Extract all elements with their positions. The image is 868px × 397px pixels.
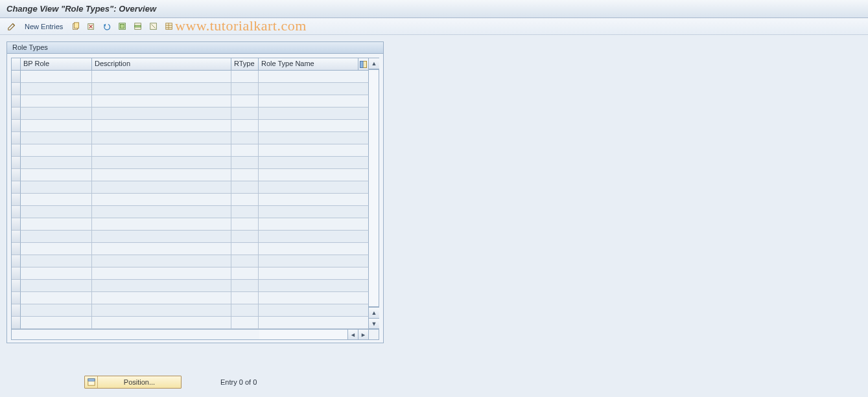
table-configure-icon[interactable]: [358, 58, 369, 71]
cell-role-type-name[interactable]: [259, 71, 369, 83]
horizontal-scrollbar[interactable]: ◄ ►: [11, 330, 379, 340]
cell-role-type-name[interactable]: [259, 120, 369, 132]
cell-rtype[interactable]: [231, 255, 259, 267]
cell-rtype[interactable]: [231, 144, 259, 157]
cell-description[interactable]: [92, 206, 231, 218]
row-selector[interactable]: [12, 317, 21, 329]
cell-description[interactable]: [92, 157, 231, 169]
cell-rtype[interactable]: [231, 95, 259, 108]
cell-role-type-name[interactable]: [259, 108, 369, 120]
cell-rtype[interactable]: [231, 231, 259, 243]
delete-icon[interactable]: [85, 20, 98, 33]
cell-role-type-name[interactable]: [259, 231, 369, 243]
cell-role-type-name[interactable]: [259, 304, 369, 317]
row-selector[interactable]: [12, 169, 21, 181]
row-selector[interactable]: [12, 108, 21, 120]
cell-description[interactable]: [92, 292, 231, 304]
cell-description[interactable]: [92, 231, 231, 243]
cell-description[interactable]: [92, 132, 231, 144]
cell-role-type-name[interactable]: [259, 280, 369, 292]
cell-rtype[interactable]: [231, 218, 259, 231]
row-selector[interactable]: [12, 194, 21, 206]
cell-bp-role[interactable]: [21, 71, 92, 83]
cell-role-type-name[interactable]: [259, 144, 369, 157]
cell-rtype[interactable]: [231, 304, 259, 317]
select-all-icon[interactable]: [116, 20, 129, 33]
cell-role-type-name[interactable]: [259, 317, 369, 329]
cell-bp-role[interactable]: [21, 95, 92, 108]
cell-rtype[interactable]: [231, 267, 259, 280]
cell-role-type-name[interactable]: [259, 243, 369, 255]
cell-description[interactable]: [92, 108, 231, 120]
cell-role-type-name[interactable]: [259, 194, 369, 206]
cell-bp-role[interactable]: [21, 317, 92, 329]
cell-description[interactable]: [92, 280, 231, 292]
cell-rtype[interactable]: [231, 206, 259, 218]
scroll-up2-icon[interactable]: ▲: [369, 307, 379, 318]
cell-bp-role[interactable]: [21, 181, 92, 194]
table-settings-icon[interactable]: [163, 20, 176, 33]
row-selector[interactable]: [12, 206, 21, 218]
col-header-role-type-name[interactable]: Role Type Name: [259, 58, 358, 71]
row-selector-header[interactable]: [12, 58, 21, 71]
cell-bp-role[interactable]: [21, 243, 92, 255]
cell-role-type-name[interactable]: [259, 218, 369, 231]
cell-bp-role[interactable]: [21, 304, 92, 317]
cell-rtype[interactable]: [231, 181, 259, 194]
cell-bp-role[interactable]: [21, 280, 92, 292]
cell-rtype[interactable]: [231, 132, 259, 144]
col-header-description[interactable]: Description: [92, 58, 231, 71]
cell-description[interactable]: [92, 144, 231, 157]
cell-rtype[interactable]: [231, 194, 259, 206]
cell-role-type-name[interactable]: [259, 181, 369, 194]
cell-role-type-name[interactable]: [259, 267, 369, 280]
cell-description[interactable]: [92, 95, 231, 108]
cell-bp-role[interactable]: [21, 231, 92, 243]
cell-bp-role[interactable]: [21, 255, 92, 267]
cell-description[interactable]: [92, 255, 231, 267]
cell-description[interactable]: [92, 71, 231, 83]
cell-role-type-name[interactable]: [259, 255, 369, 267]
row-selector[interactable]: [12, 267, 21, 280]
row-selector[interactable]: [12, 181, 21, 194]
cell-bp-role[interactable]: [21, 83, 92, 95]
cell-role-type-name[interactable]: [259, 132, 369, 144]
cell-role-type-name[interactable]: [259, 83, 369, 95]
cell-description[interactable]: [92, 169, 231, 181]
cell-rtype[interactable]: [231, 280, 259, 292]
cell-rtype[interactable]: [231, 71, 259, 83]
cell-bp-role[interactable]: [21, 194, 92, 206]
row-selector[interactable]: [12, 292, 21, 304]
new-entries-button[interactable]: New Entries: [21, 20, 67, 33]
cell-rtype[interactable]: [231, 317, 259, 329]
cell-rtype[interactable]: [231, 169, 259, 181]
cell-bp-role[interactable]: [21, 218, 92, 231]
cell-bp-role[interactable]: [21, 144, 92, 157]
hscroll-track[interactable]: [259, 330, 347, 339]
row-selector[interactable]: [12, 157, 21, 169]
cell-description[interactable]: [92, 218, 231, 231]
cell-rtype[interactable]: [231, 83, 259, 95]
row-selector[interactable]: [12, 304, 21, 317]
scroll-left-icon[interactable]: ◄: [347, 330, 358, 339]
cell-bp-role[interactable]: [21, 292, 92, 304]
cell-role-type-name[interactable]: [259, 95, 369, 108]
scroll-up-icon[interactable]: ▲: [369, 58, 379, 69]
row-selector[interactable]: [12, 132, 21, 144]
vertical-scrollbar[interactable]: ▲ ▲ ▼: [369, 58, 379, 329]
row-selector[interactable]: [12, 243, 21, 255]
row-selector[interactable]: [12, 218, 21, 231]
cell-role-type-name[interactable]: [259, 169, 369, 181]
cell-bp-role[interactable]: [21, 267, 92, 280]
row-selector[interactable]: [12, 231, 21, 243]
cell-rtype[interactable]: [231, 108, 259, 120]
row-selector[interactable]: [12, 280, 21, 292]
position-button[interactable]: Position...: [84, 376, 182, 389]
cell-bp-role[interactable]: [21, 206, 92, 218]
toggle-change-icon[interactable]: [5, 20, 18, 33]
cell-bp-role[interactable]: [21, 169, 92, 181]
cell-description[interactable]: [92, 317, 231, 329]
row-selector[interactable]: [12, 95, 21, 108]
cell-description[interactable]: [92, 194, 231, 206]
cell-rtype[interactable]: [231, 243, 259, 255]
